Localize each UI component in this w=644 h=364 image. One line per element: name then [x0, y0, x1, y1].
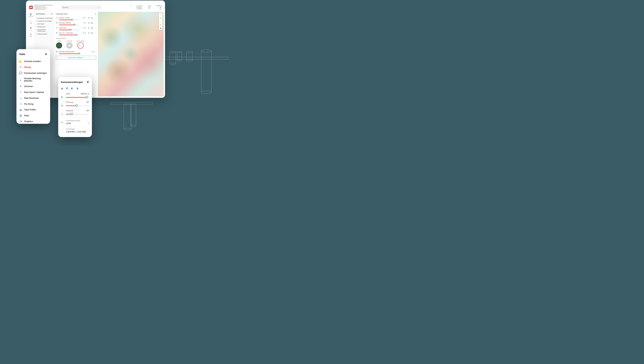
svg-point-12	[177, 51, 182, 53]
delete-icon[interactable]: 🗑	[91, 22, 93, 24]
opacity-slider[interactable]	[59, 35, 79, 35]
tool-item[interactable]: ⇣Virtuelle Bohrung abteufen	[19, 76, 48, 83]
tool-icon: ✎	[19, 66, 22, 69]
zoom-icon[interactable]: ⊕	[88, 32, 90, 34]
eye-icon[interactable]: 👁	[56, 51, 58, 53]
tool-item[interactable]: ⇣Data Download	[19, 95, 48, 101]
slider-thumb[interactable]	[70, 113, 73, 115]
close-icon[interactable]: ✕	[44, 52, 48, 56]
coord-readout: ☁ Coordinates 2'630'927 1'142'323 Height…	[130, 5, 162, 10]
slider-thumb[interactable]	[70, 29, 72, 30]
slider-thumb[interactable]	[75, 104, 78, 107]
zoom-icon[interactable]: ⊕	[88, 17, 90, 19]
cam-slider[interactable]	[66, 97, 89, 98]
opacity-slider[interactable]	[59, 54, 79, 54]
svg-point-1	[201, 91, 211, 94]
svg-point-0	[201, 50, 211, 52]
close-icon[interactable]: ✕	[95, 13, 96, 15]
rail-data[interactable]: ⬚Data	[29, 19, 33, 24]
opacity-slider[interactable]	[59, 30, 79, 30]
app-header: Schweizerische Eidgenossenschaft Confédé…	[27, 3, 164, 12]
slider-thumb[interactable]	[78, 53, 80, 54]
menu-icon: ☰	[30, 13, 32, 16]
more-icon[interactable]: ⋮	[94, 17, 96, 19]
opacity-slider[interactable]	[59, 25, 79, 25]
cam-axis-icon: ⟲	[61, 104, 64, 107]
catalog-item[interactable]: ›Naturgefahren	[34, 25, 54, 28]
cam-preset-1-icon[interactable]: ⬙	[61, 86, 63, 90]
slider-thumb[interactable]	[86, 96, 88, 98]
eye-icon[interactable]: 👁	[56, 32, 58, 34]
eye-icon[interactable]: 👁	[56, 17, 58, 19]
search-box[interactable]: ⌕	[61, 5, 101, 10]
tool-item[interactable]: ✎Slicing	[19, 64, 48, 70]
tool-item[interactable]: ⇝Fly-Along	[19, 101, 48, 107]
bg-option-grau[interactable]: Karte Grau	[66, 40, 72, 49]
zoom-in-button[interactable]: +	[159, 13, 162, 16]
search-input[interactable]	[62, 6, 98, 8]
cam-slider[interactable]	[66, 114, 89, 114]
tool-item[interactable]: 📐Schnitte erstellen	[19, 58, 48, 64]
tool-item[interactable]: ✦Zeichnen	[19, 84, 48, 89]
delete-icon[interactable]: 🗑	[91, 17, 93, 19]
tool-icon: ⇣	[19, 96, 22, 100]
zoom-icon[interactable]: ⊕	[88, 27, 90, 29]
eye-icon[interactable]: 👁	[56, 27, 58, 29]
more-icon[interactable]: ⋮	[94, 32, 96, 34]
camera-button[interactable]: ▭	[159, 23, 162, 26]
tool-item[interactable]: ▥Stats	[19, 113, 48, 118]
slider-thumb[interactable]	[71, 19, 73, 20]
tool-icon: ⇡	[19, 90, 22, 94]
rail-tools[interactable]: ✕Tools	[29, 26, 33, 31]
seen-thumb	[77, 42, 84, 49]
home-button[interactable]: ⊙	[159, 16, 162, 20]
opacity-slider[interactable]	[59, 20, 79, 20]
search-icon[interactable]: ⌕	[98, 6, 100, 8]
cam-preset-4-icon[interactable]: ⬗	[76, 86, 78, 90]
delete-icon[interactable]: 🗑	[91, 32, 93, 34]
slider-thumb[interactable]	[74, 24, 75, 26]
zoom-icon[interactable]: ⊕	[88, 22, 90, 24]
close-icon[interactable]: ✕	[86, 80, 89, 84]
tool-item[interactable]: 💬Kommentare anbringen	[19, 70, 48, 76]
bg-option-luftbild[interactable]: Luftbild	[56, 40, 62, 49]
slider-thumb[interactable]	[76, 34, 77, 36]
cloud-icon: ☁	[130, 5, 131, 10]
delete-icon[interactable]: 🗑	[91, 27, 93, 29]
cam-preset-3-icon[interactable]: ⬖	[71, 86, 73, 90]
bg-option-seen[interactable]: Seen & Flüsse	[77, 40, 84, 49]
camera-icon: ▭	[61, 121, 64, 124]
close-icon[interactable]: ✕	[51, 13, 53, 15]
zoom-out-button[interactable]: −	[159, 20, 162, 23]
cam-slider[interactable]	[66, 106, 89, 106]
catalog-item[interactable]: ›Geoenergie	[34, 22, 54, 25]
swiss-logo: Schweizerische Eidgenossenschaft Confédé…	[29, 4, 52, 10]
chevron-down-icon: ▾	[88, 122, 89, 124]
cam-preset-2-icon[interactable]: ⬘	[66, 86, 68, 90]
tool-item[interactable]: ⇡Data Import / Upload	[19, 90, 48, 95]
eye-icon[interactable]: 👁	[56, 22, 58, 24]
cam-row: Richtung26°⟲	[61, 101, 89, 107]
tools-icon: ✕	[30, 26, 32, 29]
svg-point-17	[124, 103, 131, 105]
map-viewport[interactable]: + ⊙ − ▭ ✱	[98, 12, 164, 96]
catalog-item[interactable]: ›Geologische Kartenwerke	[34, 17, 54, 20]
compass-button[interactable]: ✱	[159, 26, 162, 30]
rail-share[interactable]: ⇪Share	[29, 32, 33, 38]
more-icon[interactable]: ⋮	[94, 22, 96, 24]
tools-panel: Tools✕ 📐Schnitte erstellen✎Slicing💬Komme…	[16, 49, 50, 124]
coord-sys-select[interactable]: LV95▾	[66, 122, 89, 125]
rail-dashboard[interactable]: ☰Dashboard	[28, 12, 34, 18]
chevron-right-icon: ›	[36, 18, 36, 19]
tools-title: Tools	[19, 53, 25, 56]
camera-panel: Kameraeinstellungen✕ ⬙ ⬘ ⬖ ⬗ Höhe204'227…	[58, 77, 92, 137]
tool-item[interactable]: ⛰Topo Profile	[19, 107, 48, 112]
layer-row: 👁Bohrungen öffentlich76 %⊕🗑⋮	[54, 21, 98, 26]
more-icon[interactable]: ⋮	[94, 27, 96, 29]
kml-upload[interactable]: Eigene KML hinzufügen ⇡	[56, 56, 96, 60]
chevron-right-icon: ›	[36, 20, 36, 22]
catalog-item[interactable]: ›Geologische Grundlagen	[34, 20, 54, 22]
tool-item[interactable]: ◔Graphics	[19, 118, 48, 124]
catalog-item[interactable]: ›Geometrie des Untergrundes	[34, 28, 54, 32]
catalog-item[interactable]: ›Hintergrunddaten	[34, 32, 54, 36]
